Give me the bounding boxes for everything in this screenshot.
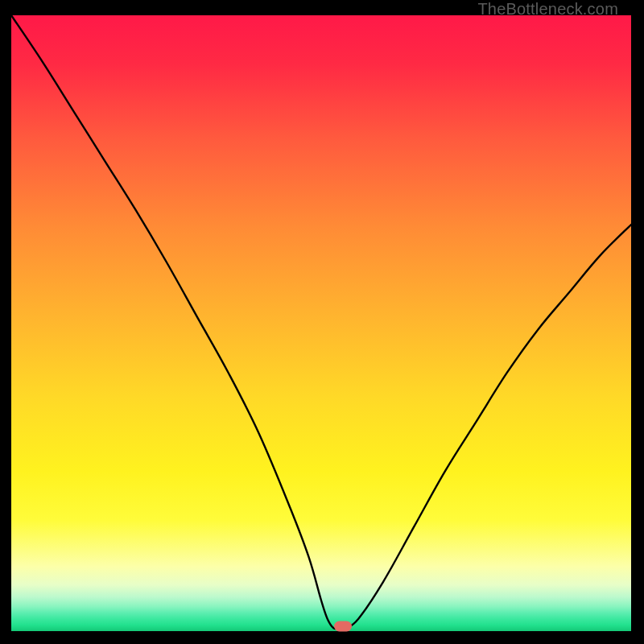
bottleneck-curve-path <box>11 15 631 629</box>
chart-frame: TheBottleneck.com <box>11 0 631 631</box>
plot-area <box>11 15 631 631</box>
optimum-marker <box>334 621 352 631</box>
curve-svg <box>11 15 631 631</box>
